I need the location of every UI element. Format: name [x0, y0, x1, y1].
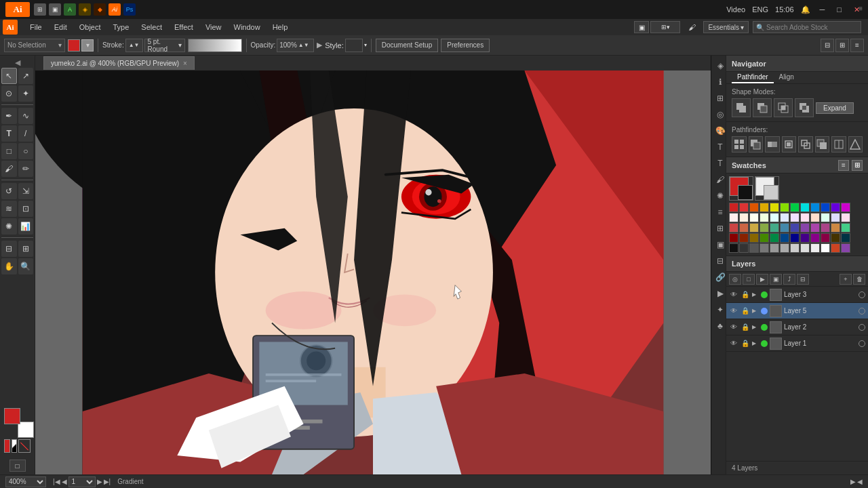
swatch-cell[interactable] — [790, 233, 800, 243]
paintbrush-tool[interactable]: 🖌 — [1, 161, 17, 177]
zoom-select[interactable]: 400% 200% 100% — [5, 476, 46, 487]
arrange-btn-2[interactable]: ⊞ — [835, 39, 849, 52]
unite-btn[interactable] — [732, 98, 751, 117]
expand-btn[interactable]: Expand — [816, 102, 854, 114]
menu-file[interactable]: File — [24, 22, 47, 33]
ps-icon[interactable]: Ps — [123, 3, 136, 16]
template-btn[interactable]: ⊟ — [797, 274, 809, 285]
artboard-tool[interactable]: ⊟ — [1, 241, 17, 257]
swatch-cell[interactable] — [800, 233, 810, 243]
arrange-btn-1[interactable]: ⊟ — [821, 39, 834, 52]
document-tab[interactable]: yumeko 2.ai @ 400% (RGB/GPU Preview) × — [43, 56, 195, 70]
swatch-cell[interactable] — [821, 243, 830, 253]
swatch-pair-red[interactable] — [729, 176, 753, 201]
swatch-cell[interactable] — [760, 203, 769, 212]
swatch-cell[interactable] — [729, 223, 738, 232]
swatch-cell[interactable] — [749, 213, 759, 222]
swatch-cell[interactable] — [780, 233, 789, 243]
swatch-cell[interactable] — [739, 203, 749, 212]
zoom-tool[interactable]: 🔍 — [18, 258, 34, 274]
arrange-btn-3[interactable]: ≡ — [850, 39, 864, 52]
crop-btn[interactable] — [782, 136, 797, 152]
swatch-cell[interactable] — [760, 213, 769, 222]
swatch-cell[interactable] — [739, 243, 749, 253]
app-icon-2[interactable]: A — [64, 3, 76, 16]
collapse-handle[interactable]: ◀ — [1, 58, 33, 66]
locate-object-btn[interactable]: ◎ — [729, 274, 741, 285]
layer-expand-btn[interactable]: ▶ — [752, 308, 759, 314]
tab-close-btn[interactable]: × — [183, 60, 187, 67]
opacity-value-box[interactable]: 100% ▲▼ — [277, 39, 314, 52]
rect-tool[interactable]: □ — [1, 143, 17, 159]
swatch-cell[interactable] — [841, 223, 850, 232]
layer-vis-btn[interactable]: 👁 — [729, 339, 738, 348]
layer-target[interactable] — [859, 324, 865, 331]
warp-tool[interactable]: ≋ — [1, 201, 17, 217]
change-screen-btn[interactable]: □ — [1, 460, 33, 472]
style-swatch[interactable] — [345, 39, 363, 52]
minimize-btn[interactable]: ─ — [817, 5, 828, 14]
view-mode-btn-1[interactable]: ▣ — [634, 21, 649, 33]
exclude-btn[interactable] — [795, 98, 814, 117]
swatch-cell[interactable] — [790, 203, 800, 212]
layer-row[interactable]: 👁 🔒 ▶ Layer 3 — [726, 287, 868, 303]
status-play-btn[interactable]: ▶ — [850, 478, 856, 485]
layer-lock-btn[interactable]: 🔒 — [741, 306, 750, 316]
layer-vis-btn[interactable]: 👁 — [729, 323, 738, 332]
next-artboard-btn[interactable]: ▶ — [97, 478, 102, 485]
swatch-cell[interactable] — [810, 243, 820, 253]
swatch-cell[interactable] — [800, 243, 810, 253]
swatch-cell[interactable] — [749, 243, 759, 253]
swatch-cell[interactable] — [821, 203, 830, 212]
swatch-cell[interactable] — [831, 203, 840, 212]
grid-icon[interactable]: ⊞ — [34, 3, 46, 16]
swatch-cell[interactable] — [780, 203, 789, 212]
menu-select[interactable]: Select — [136, 22, 167, 33]
selection-dropdown[interactable]: No Selection ▾ — [4, 39, 65, 52]
swatch-cell[interactable] — [760, 223, 769, 232]
intersect-btn[interactable] — [774, 98, 793, 117]
swatch-cell[interactable] — [810, 223, 820, 232]
minus-front-btn[interactable] — [753, 98, 772, 117]
layer-expand-btn[interactable]: ▶ — [752, 340, 759, 346]
none-btn[interactable] — [18, 439, 31, 453]
swatch-cell[interactable] — [729, 203, 738, 212]
swatch-cell[interactable] — [780, 243, 789, 253]
layer-target[interactable] — [859, 291, 865, 298]
swatch-cell[interactable] — [770, 243, 779, 253]
app-icon-3[interactable]: ◈ — [79, 3, 91, 16]
swatch-cell[interactable] — [841, 243, 850, 253]
swatch-cell[interactable] — [739, 213, 749, 222]
gradient-btn[interactable] — [12, 439, 18, 453]
layer-lock-btn[interactable]: 🔒 — [741, 339, 750, 348]
search-stock[interactable]: 🔍 Search Adobe Stock — [753, 21, 861, 33]
swatch-cell[interactable] — [780, 213, 789, 222]
layer-lock-btn[interactable]: 🔒 — [741, 323, 750, 332]
merge-btn[interactable] — [765, 136, 780, 152]
brush-icon[interactable]: 🖌 — [684, 21, 699, 33]
swatch-pair-bw[interactable] — [755, 176, 779, 201]
ai-icon[interactable]: Ai — [108, 3, 121, 16]
make-clip-mask-btn[interactable]: □ — [743, 274, 755, 285]
swatch-cell[interactable] — [729, 243, 738, 253]
gradient-preview[interactable] — [188, 39, 242, 52]
collect-in-layer-btn[interactable]: ▣ — [770, 274, 782, 285]
status-back-btn[interactable]: ◀ — [857, 478, 863, 485]
symbol-tool[interactable]: ✺ — [1, 218, 17, 235]
outline-btn[interactable] — [798, 136, 813, 152]
swatch-cell[interactable] — [831, 213, 840, 222]
swatch-cell[interactable] — [770, 223, 779, 232]
notification-icon[interactable]: 🔔 — [801, 5, 810, 14]
swatch-cell[interactable] — [739, 223, 749, 232]
scale-tool[interactable]: ⇲ — [18, 183, 34, 199]
curvature-tool[interactable]: ∿ — [18, 108, 34, 124]
swatch-cell[interactable] — [841, 203, 850, 212]
screen-mode-icon[interactable]: □ — [9, 460, 26, 472]
swatch-cell[interactable] — [729, 213, 738, 222]
delete-layer-btn[interactable]: 🗑 — [853, 274, 865, 285]
swatch-cell[interactable] — [800, 203, 810, 212]
menu-edit[interactable]: Edit — [49, 22, 73, 33]
swatch-cell[interactable] — [841, 213, 850, 222]
fill-color[interactable] — [68, 39, 80, 52]
essentials-dropdown[interactable]: Essentials ▾ — [703, 21, 749, 33]
